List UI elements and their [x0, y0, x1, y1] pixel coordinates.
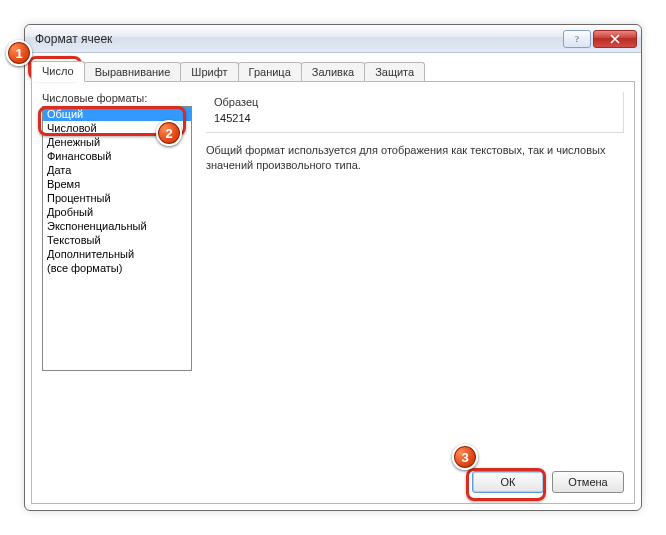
sample-label: Образец	[214, 96, 615, 108]
content: Числовые форматы: ОбщийЧисловойДенежныйФ…	[42, 92, 624, 463]
sample-box: Образец 145214	[206, 92, 624, 133]
format-list-item[interactable]: Общий	[43, 107, 191, 121]
tab-font[interactable]: Шрифт	[180, 62, 238, 82]
format-list-item[interactable]: Денежный	[43, 135, 191, 149]
button-label: ОК	[501, 476, 516, 488]
close-button[interactable]	[593, 30, 637, 48]
help-button[interactable]: ?	[563, 30, 591, 48]
tab-label: Защита	[375, 66, 414, 78]
format-list-caption: Числовые форматы:	[42, 92, 192, 104]
format-list-item[interactable]: Процентный	[43, 191, 191, 205]
format-cells-dialog: Формат ячеек ? Число Выравнивание Шрифт …	[24, 24, 642, 511]
titlebar[interactable]: Формат ячеек ?	[25, 25, 641, 53]
format-list-item[interactable]: Время	[43, 177, 191, 191]
format-list-item[interactable]: Дробный	[43, 205, 191, 219]
format-list-item[interactable]: (все форматы)	[43, 261, 191, 275]
format-list-item[interactable]: Текстовый	[43, 233, 191, 247]
tab-alignment[interactable]: Выравнивание	[84, 62, 182, 82]
format-list-item[interactable]: Финансовый	[43, 149, 191, 163]
format-list[interactable]: ОбщийЧисловойДенежныйФинансовыйДатаВремя…	[42, 106, 192, 371]
tab-label: Выравнивание	[95, 66, 171, 78]
tab-fill[interactable]: Заливка	[301, 62, 365, 82]
tab-protection[interactable]: Защита	[364, 62, 425, 82]
ok-button[interactable]: ОК	[472, 471, 544, 493]
svg-text:?: ?	[575, 34, 579, 44]
left-panel: Числовые форматы: ОбщийЧисловойДенежныйФ…	[42, 92, 192, 463]
right-panel: Образец 145214 Общий формат используется…	[206, 92, 624, 463]
button-row: ОК Отмена	[42, 463, 624, 493]
window-title: Формат ячеек	[35, 32, 561, 46]
tab-label: Заливка	[312, 66, 354, 78]
tab-label: Шрифт	[191, 66, 227, 78]
format-list-item[interactable]: Дополнительный	[43, 247, 191, 261]
format-list-item[interactable]: Числовой	[43, 121, 191, 135]
tabstrip: Число Выравнивание Шрифт Граница Заливка…	[25, 53, 641, 81]
tab-number[interactable]: Число	[31, 61, 85, 82]
tab-border[interactable]: Граница	[238, 62, 302, 82]
tab-label: Граница	[249, 66, 291, 78]
button-label: Отмена	[568, 476, 607, 488]
format-list-item[interactable]: Дата	[43, 163, 191, 177]
tab-label: Число	[42, 65, 74, 77]
format-list-item[interactable]: Экспоненциальный	[43, 219, 191, 233]
cancel-button[interactable]: Отмена	[552, 471, 624, 493]
sample-value: 145214	[214, 108, 615, 124]
tab-body: Числовые форматы: ОбщийЧисловойДенежныйФ…	[31, 81, 635, 504]
format-description: Общий формат используется для отображени…	[206, 143, 624, 173]
